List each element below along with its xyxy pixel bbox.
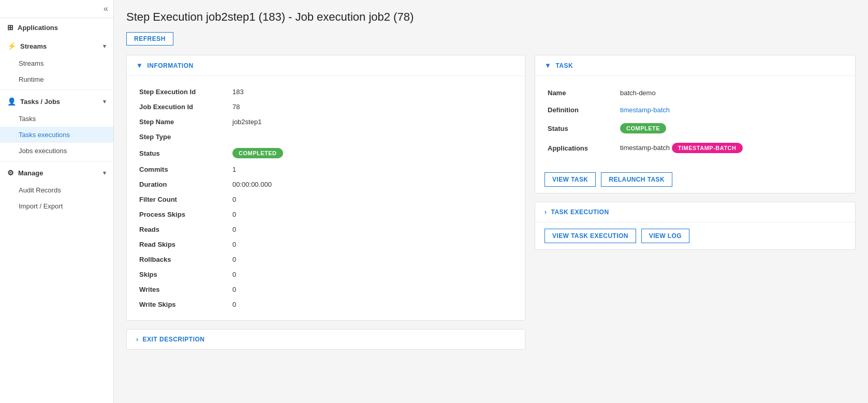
left-column: ▼ INFORMATION Step Execution Id183Job Ex…	[126, 55, 525, 350]
content-area: ▼ INFORMATION Step Execution Id183Job Ex…	[126, 55, 856, 350]
task-field-label: Status	[545, 118, 617, 138]
applications-badge: TIMESTAMP-BATCH	[672, 143, 743, 153]
task-card: ▼ TASK Namebatch-demoDefinitiontimestamp…	[535, 55, 856, 193]
sidebar-item-jobs-executions[interactable]: Jobs executions	[0, 143, 113, 159]
sidebar-manage-submenu: Audit Records Import / Export	[0, 182, 113, 214]
view-task-button[interactable]: VIEW TASK	[545, 172, 596, 187]
status-badge: COMPLETE	[620, 123, 666, 133]
information-header-label: INFORMATION	[147, 62, 193, 69]
field-value: 0	[229, 192, 516, 207]
task-card-header[interactable]: ▼ TASK	[535, 55, 855, 76]
definition-link[interactable]: timestamp-batch	[620, 106, 670, 114]
table-row: Commits1	[136, 162, 516, 177]
sidebar-item-runtime[interactable]: Runtime	[0, 71, 113, 87]
sidebar-item-streams[interactable]: Streams	[0, 55, 113, 71]
field-value: 0	[229, 222, 516, 237]
table-row: StatusCOMPLETED	[136, 144, 516, 162]
right-column: ▼ TASK Namebatch-demoDefinitiontimestamp…	[535, 55, 856, 250]
information-chevron-icon: ▼	[136, 62, 143, 69]
sidebar: « ⊞ Applications ⚡ Streams ▾ Streams Run…	[0, 0, 114, 403]
field-label: Step Name	[136, 114, 229, 129]
information-card-header[interactable]: ▼ INFORMATION	[127, 55, 525, 76]
table-row: Step Namejob2step1	[136, 114, 516, 129]
sidebar-collapse-button[interactable]: «	[0, 0, 113, 18]
table-row: Read Skips0	[136, 237, 516, 252]
task-execution-card: › TASK EXECUTION VIEW TASK EXECUTIONVIEW…	[535, 202, 856, 250]
sidebar-item-tasks-jobs-header[interactable]: 👤 Tasks / Jobs ▾	[0, 92, 113, 111]
collapse-icon: «	[104, 4, 108, 13]
table-row: Filter Count0	[136, 192, 516, 207]
field-value: 0	[229, 297, 516, 312]
information-card-body: Step Execution Id183Job Execution Id78St…	[127, 76, 525, 320]
sidebar-tasks-submenu: Tasks Tasks executions Jobs executions	[0, 111, 113, 159]
task-execution-card-header[interactable]: › TASK EXECUTION	[535, 202, 855, 222]
refresh-button[interactable]: REFRESH	[126, 32, 173, 46]
table-row: Job Execution Id78	[136, 99, 516, 114]
tasks-chevron-icon: ▾	[103, 98, 106, 105]
divider-1	[0, 89, 113, 90]
sidebar-streams-label: Streams	[20, 42, 47, 50]
field-label: Job Execution Id	[136, 99, 229, 114]
relaunch-task-button[interactable]: RELAUNCH TASK	[601, 172, 672, 187]
exit-description-label: EXIT DESCRIPTION	[143, 336, 205, 343]
main-content: Step Execution job2step1 (183) - Job exe…	[114, 0, 868, 403]
sidebar-item-tasks[interactable]: Tasks	[0, 111, 113, 127]
view-task-execution-button[interactable]: VIEW TASK EXECUTION	[545, 229, 636, 243]
table-row: Duration00:00:00.000	[136, 177, 516, 192]
task-field-value: timestamp-batch	[617, 101, 846, 118]
exit-description-card: › EXIT DESCRIPTION	[126, 329, 525, 350]
task-execution-chevron-icon: ›	[545, 208, 547, 216]
field-value: 0	[229, 267, 516, 282]
task-field-value: batch-demo	[617, 84, 846, 101]
task-execution-header-label: TASK EXECUTION	[551, 208, 609, 216]
applications-icon: ⊞	[7, 23, 13, 32]
sidebar-item-applications[interactable]: ⊞ Applications	[0, 18, 113, 37]
field-value	[229, 129, 516, 144]
information-table: Step Execution Id183Job Execution Id78St…	[136, 84, 516, 312]
field-label: Process Skips	[136, 207, 229, 222]
table-row: Step Type	[136, 129, 516, 144]
sidebar-applications-label: Applications	[18, 24, 58, 32]
table-row: Rollbacks0	[136, 252, 516, 267]
task-field-label: Definition	[545, 101, 617, 118]
task-table: Namebatch-demoDefinitiontimestamp-batchS…	[545, 84, 846, 158]
field-value: 1	[229, 162, 516, 177]
table-row: Reads0	[136, 222, 516, 237]
field-value: 183	[229, 84, 516, 99]
field-value: COMPLETED	[229, 144, 516, 162]
page-title: Step Execution job2step1 (183) - Job exe…	[126, 10, 856, 24]
field-label: Writes	[136, 282, 229, 297]
sidebar-item-manage-header[interactable]: ⚙ Manage ▾	[0, 163, 113, 182]
field-label: Status	[136, 144, 229, 162]
sidebar-item-streams-header[interactable]: ⚡ Streams ▾	[0, 37, 113, 55]
field-label: Skips	[136, 267, 229, 282]
manage-icon: ⚙	[7, 169, 14, 177]
field-value: 78	[229, 99, 516, 114]
field-label: Duration	[136, 177, 229, 192]
divider-2	[0, 161, 113, 161]
field-label: Filter Count	[136, 192, 229, 207]
sidebar-item-audit-records[interactable]: Audit Records	[0, 182, 113, 198]
table-row: Write Skips0	[136, 297, 516, 312]
manage-chevron-icon: ▾	[103, 170, 106, 176]
view-log-button[interactable]: VIEW LOG	[641, 229, 689, 243]
exit-description-header[interactable]: › EXIT DESCRIPTION	[127, 330, 525, 349]
sidebar-item-import-export[interactable]: Import / Export	[0, 198, 113, 214]
field-label: Rollbacks	[136, 252, 229, 267]
field-value: 0	[229, 237, 516, 252]
field-label: Read Skips	[136, 237, 229, 252]
sidebar-item-tasks-executions[interactable]: Tasks executions	[0, 127, 113, 143]
table-row: Namebatch-demo	[545, 84, 846, 101]
tasks-icon: 👤	[7, 97, 16, 106]
field-label: Commits	[136, 162, 229, 177]
table-row: Writes0	[136, 282, 516, 297]
streams-icon: ⚡	[7, 42, 16, 50]
field-value: 0	[229, 207, 516, 222]
table-row: Skips0	[136, 267, 516, 282]
field-label: Write Skips	[136, 297, 229, 312]
task-execution-action-buttons: VIEW TASK EXECUTIONVIEW LOG	[535, 222, 855, 249]
task-action-buttons: VIEW TASKRELAUNCH TASK	[535, 166, 855, 193]
table-row: Definitiontimestamp-batch	[545, 101, 846, 118]
task-field-label: Applications	[545, 138, 617, 158]
field-value: 0	[229, 252, 516, 267]
